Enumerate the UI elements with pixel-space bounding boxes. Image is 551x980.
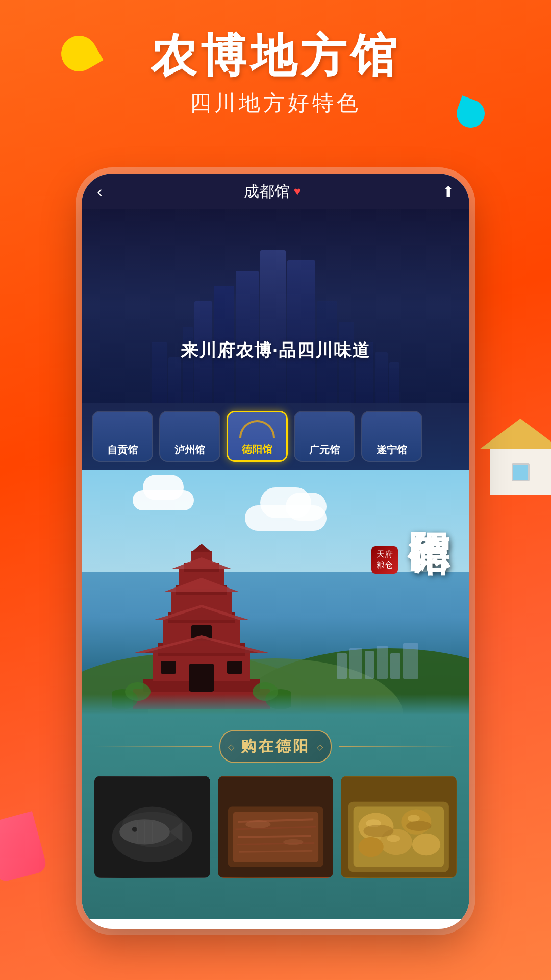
house-body [490, 449, 551, 495]
svg-point-60 [359, 837, 384, 857]
product-svg-1 [94, 776, 210, 878]
title-deco-right [339, 746, 457, 747]
svg-point-61 [412, 834, 440, 855]
product-grid [94, 776, 457, 878]
topbar-title: 成都馆 ♥ [244, 181, 301, 202]
svg-line-51 [239, 851, 312, 852]
svg-rect-13 [189, 664, 214, 692]
section-title-text: 购在德阳 [241, 738, 310, 754]
cup-body [0, 811, 48, 884]
section-title-wrapper: 购在德阳 [94, 730, 457, 763]
header-area: 农博地方馆 四川地方好特色 [0, 31, 551, 117]
main-title: 农博地方馆 [0, 31, 551, 81]
svg-rect-5 [365, 651, 374, 679]
back-button[interactable]: ‹ [97, 182, 103, 201]
cloud-group-2 [235, 490, 337, 531]
svg-marker-27 [163, 578, 240, 592]
svg-point-64 [387, 835, 400, 842]
svg-point-40 [132, 827, 137, 832]
topbar-title-text: 成都馆 [244, 181, 290, 202]
product-image-1 [94, 776, 210, 878]
bottom-section: 购在德阳 [82, 715, 469, 919]
temple-svg [112, 541, 291, 715]
banner-overlay [82, 209, 469, 403]
svg-marker-22 [191, 544, 212, 552]
house-roof [480, 419, 551, 449]
cloud-top2 [286, 493, 327, 521]
cup-decoration [0, 806, 46, 878]
svg-rect-29 [161, 661, 176, 674]
product-card-3[interactable] [341, 776, 457, 878]
house-window [512, 463, 530, 481]
tabs-row: 自贡馆 泸州馆 德阳馆 广元馆 遂宁馆 [82, 403, 469, 470]
phone-mockup: ‹ 成都馆 ♥ ⬆ [82, 174, 469, 929]
cloud [122, 480, 204, 510]
product-card-1[interactable] [94, 776, 210, 878]
svg-point-66 [406, 821, 431, 831]
tab-luzhou[interactable]: 泸州馆 [159, 411, 220, 462]
svg-rect-6 [377, 646, 388, 679]
product-image-2 [218, 776, 334, 878]
tab-deyang[interactable]: 德阳馆 [227, 411, 288, 462]
svg-rect-3 [337, 653, 347, 679]
phone-topbar: ‹ 成都馆 ♥ ⬆ [82, 174, 469, 209]
deyang-section: 德阳馆 天府 粮仓 [82, 470, 469, 715]
product-svg-3 [341, 776, 457, 878]
tab-label-luzhou: 泸州馆 [174, 443, 205, 457]
sub-title: 四川地方好特色 [0, 89, 551, 117]
cloud-top [143, 475, 184, 500]
tab-label-suining: 遂宁馆 [377, 443, 407, 457]
badge-line1: 天府 [377, 549, 393, 560]
svg-marker-28 [171, 557, 232, 569]
tab-label-zigong: 自贡馆 [107, 443, 138, 457]
svg-line-49 [238, 836, 311, 837]
deyang-bottom-deco [82, 694, 469, 715]
deyang-badge: 天府 粮仓 [371, 546, 398, 574]
product-card-2[interactable] [218, 776, 334, 878]
section-title-box: 购在德阳 [219, 730, 332, 763]
tab-label-guangyuan: 广元馆 [309, 443, 340, 457]
svg-point-65 [364, 825, 394, 837]
hero-banner: 来川府农博·品四川味道 [82, 209, 469, 403]
badge-line2: 粮仓 [377, 560, 393, 571]
cloud-group [122, 480, 204, 510]
cloud [235, 490, 337, 531]
svg-rect-8 [403, 643, 418, 679]
svg-point-63 [408, 815, 420, 822]
svg-point-53 [283, 839, 303, 845]
heart-icon[interactable]: ♥ [294, 184, 301, 199]
svg-point-52 [245, 820, 270, 828]
svg-rect-7 [390, 653, 400, 679]
title-deco-left [94, 746, 212, 747]
tab-suining[interactable]: 遂宁馆 [361, 411, 422, 462]
share-button[interactable]: ⬆ [442, 183, 454, 200]
svg-rect-4 [349, 648, 362, 679]
svg-rect-30 [227, 661, 242, 674]
tab-guangyuan[interactable]: 广元馆 [294, 411, 355, 462]
product-image-3 [341, 776, 457, 878]
phone-content: 来川府农博·品四川味道 自贡馆 泸州馆 德阳馆 广元馆 [82, 209, 469, 929]
product-svg-2 [218, 776, 334, 878]
tab-label-deyang: 德阳馆 [242, 443, 272, 456]
banner-text: 来川府农博·品四川味道 [82, 339, 469, 362]
house-decoration [480, 419, 551, 500]
tab-zigong[interactable]: 自贡馆 [92, 411, 153, 462]
